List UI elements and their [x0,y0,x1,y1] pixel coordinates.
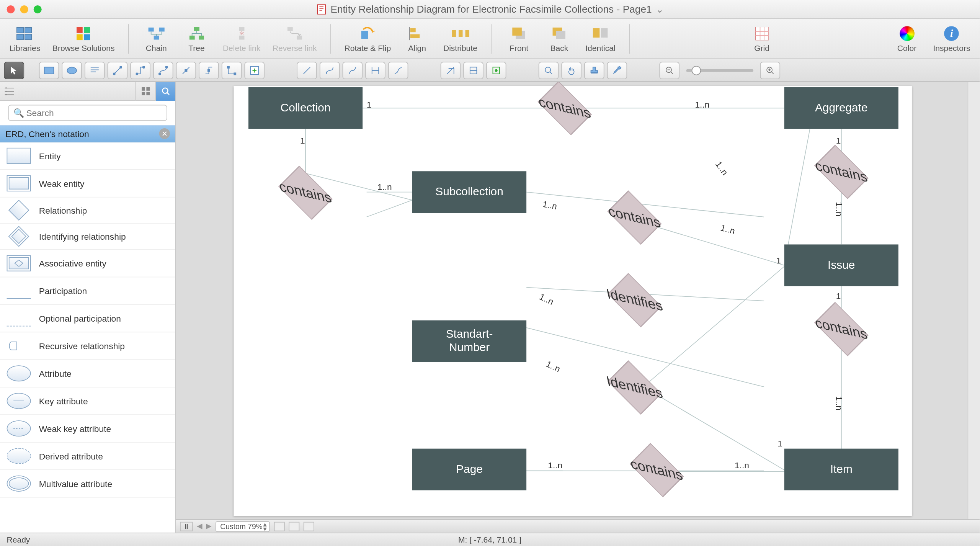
chain-button[interactable]: Chain [139,20,173,57]
entity-item[interactable]: Item [784,449,898,490]
library-header[interactable]: ERD, Chen's notation ✕ [0,125,175,142]
relationship-contains-5[interactable]: contains [826,314,856,344]
list-item[interactable]: Associative entity [0,250,175,277]
relationship-contains-2[interactable]: contains [291,178,320,208]
connector-tool-3[interactable] [153,61,173,79]
svg-rect-31 [755,26,769,40]
browse-solutions-button[interactable]: Browse Solutions [50,20,118,57]
rotate-flip-button[interactable]: Rotate & Flip [341,20,394,57]
tree-button[interactable]: Tree [180,20,214,57]
connector-tool-1[interactable] [108,61,128,79]
diagram-canvas[interactable]: Collection Aggregate Subcollection Issue… [234,86,912,516]
svg-rect-41 [207,69,210,72]
list-item[interactable]: Attribute [0,360,175,387]
svg-rect-43 [234,72,236,75]
libraries-button[interactable]: Libraries [7,20,43,57]
identical-button[interactable]: Identical [583,20,618,57]
ellipse-tool[interactable] [62,61,82,79]
list-item[interactable]: Participation [0,277,175,305]
connector-tool-4[interactable] [176,61,196,79]
zoom-in-button[interactable] [760,61,781,79]
grid-button[interactable]: Grid [745,20,779,57]
list-item[interactable]: Weak key attribute [0,415,175,443]
relationship-identifies-1[interactable]: Identifies [620,285,649,315]
eyedropper-tool[interactable] [607,61,627,79]
list-item[interactable]: Weak entity [0,170,175,198]
page-thumb-1[interactable] [274,521,285,531]
list-view-icon[interactable] [0,82,19,100]
close-library-icon[interactable]: ✕ [159,128,170,139]
front-button[interactable]: Front [502,20,536,57]
search-icon: 🔍 [13,108,24,118]
cardinality-label: 1..n [735,460,749,470]
insert-shape-tool[interactable] [244,61,265,79]
zoom-window[interactable] [34,5,42,13]
stamp-tool[interactable] [584,61,604,79]
search-input[interactable] [8,105,167,121]
list-item[interactable]: Multivalue attribute [0,470,175,498]
entity-aggregate[interactable]: Aggregate [784,87,898,129]
hand-tool[interactable] [561,61,581,79]
list-item[interactable]: Derived attribute [0,443,175,470]
relationship-contains-1[interactable]: contains [550,93,580,123]
vertical-scrollbar[interactable] [968,82,980,533]
list-item[interactable]: Optional participation [0,305,175,332]
spline-tool[interactable] [343,61,363,79]
text-tool[interactable] [85,61,105,79]
entity-issue[interactable]: Issue [784,244,898,286]
zoom-slider[interactable] [686,69,753,72]
line-tool[interactable] [297,61,317,79]
list-item[interactable]: Key attribute [0,387,175,415]
align-icon [408,25,426,42]
pointer-tool[interactable] [4,61,24,79]
misc-tool-3[interactable] [486,61,506,79]
page-thumb-2[interactable] [289,521,299,531]
relationship-contains-6[interactable]: contains [642,455,671,485]
page-thumb-3[interactable] [304,521,314,531]
distribute-button[interactable]: Distribute [441,20,480,57]
entity-collection[interactable]: Collection [248,87,363,129]
list-item[interactable]: Relationship [0,198,175,224]
list-item[interactable]: Entity [0,142,175,170]
rect-tool[interactable] [39,61,59,79]
list-item[interactable]: Identifying relationship [0,224,175,250]
svg-point-39 [165,65,168,68]
search-tab[interactable] [155,82,175,100]
misc-tool-2[interactable] [463,61,483,79]
entity-subcollection[interactable]: Subcollection [412,171,526,213]
break-tool[interactable] [388,61,408,79]
color-button[interactable]: Color [890,20,924,57]
relationship-identifies-2[interactable]: Identifies [620,373,649,402]
zoom-tool[interactable] [539,61,559,79]
relationship-contains-4[interactable]: contains [826,157,856,186]
zoom-out-button[interactable] [659,61,679,79]
connector-tool-2[interactable] [130,61,150,79]
entity-standart-number[interactable]: Standart- Number [412,320,526,362]
grid-view-tab[interactable] [135,82,155,100]
align-button[interactable]: Align [400,20,434,57]
entity-page[interactable]: Page [412,449,526,490]
misc-tool-1[interactable] [441,61,461,79]
libraries-icon [16,25,34,42]
stepper-icon: ▲▼ [262,522,268,532]
reverse-link-button: Reverse link [270,20,320,57]
canvas-area[interactable]: Collection Aggregate Subcollection Issue… [176,82,980,533]
zoom-thumb[interactable] [692,65,701,75]
connector-tool-6[interactable] [222,61,242,79]
zoom-selector[interactable]: Custom 79% ▲▼ [216,521,270,531]
prev-page-button[interactable]: ◀ [197,522,202,531]
list-item[interactable]: Recursive relationship [0,332,175,360]
minimize-window[interactable] [20,5,28,13]
arc-tool[interactable] [320,61,340,79]
back-button[interactable]: Back [542,20,576,57]
close-window[interactable] [7,5,15,13]
pause-icon[interactable]: ⏸ [180,521,193,531]
associative-entity-shape-icon [7,255,31,271]
dimension-tool[interactable] [365,61,385,79]
relationship-contains-3[interactable]: contains [620,203,649,232]
next-page-button[interactable]: ▶ [206,522,211,531]
mouse-coords: M: [ -7.64, 71.01 ] [458,535,521,544]
inspectors-button[interactable]: i Inspectors [930,20,973,57]
connector-tool-5[interactable] [199,61,219,79]
window-title[interactable]: Entity Relationship Diagram for Electron… [316,3,664,15]
